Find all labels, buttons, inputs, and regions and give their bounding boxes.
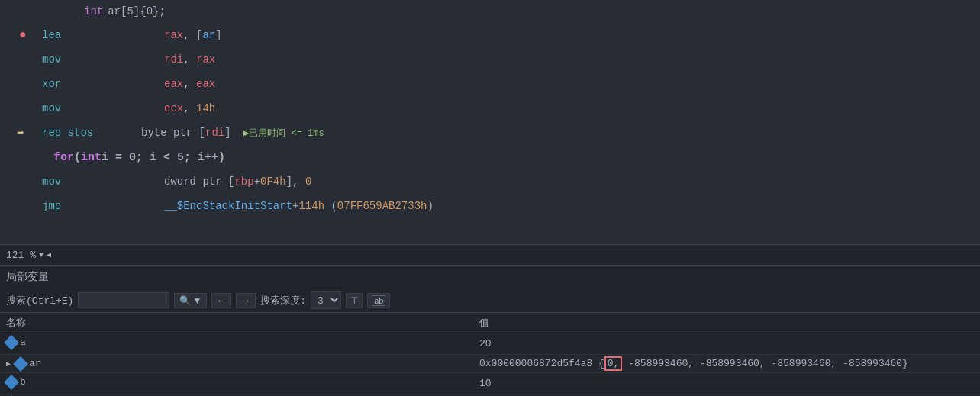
col-name-header: 名称 xyxy=(0,313,473,333)
operand-xor: eax, eax xyxy=(164,78,215,90)
var-name-cell: a xyxy=(0,333,473,355)
operand-rep: byte ptr [rdi] ▶已用时间 <= 1ms xyxy=(141,127,324,140)
keyword-for: for xyxy=(53,151,74,164)
keyword-int-for: int xyxy=(81,151,102,164)
code-line-xor: xor eax, eax xyxy=(0,72,980,96)
var-icon-b xyxy=(4,375,19,390)
vars-table: 名称 值 a 20 ▶ xyxy=(0,313,980,396)
search-icon: 🔍 xyxy=(179,295,191,306)
operand-mov3: dword ptr [rbp+0F4h], 0 xyxy=(164,175,311,188)
operand-jmp: __$EncStackInitStart+114h (07FF659AB2733… xyxy=(164,200,434,212)
operand-lea: rax, [ar] xyxy=(164,29,222,41)
code-line-jmp: jmp __$EncStackInitStart+114h (07FF659AB… xyxy=(0,194,980,218)
mnemonic-xor: xor xyxy=(42,78,118,90)
mnemonic-mov1: mov xyxy=(42,53,118,66)
declaration-rest: ar[5]{0}; xyxy=(108,5,166,18)
var-value-b: 10 xyxy=(473,373,980,394)
next-button[interactable]: → xyxy=(236,293,256,308)
var-value-a: 20 xyxy=(473,333,980,355)
operand-mov2: ecx, 14h xyxy=(164,102,215,114)
table-row: b 10 xyxy=(0,373,980,394)
pin-icon: ⊤ xyxy=(350,295,358,306)
mnemonic-mov3: mov xyxy=(42,175,118,188)
timing-comment: ▶已用时间 <= 1ms xyxy=(243,128,324,139)
code-line-mov3: mov dword ptr [rbp+0F4h], 0 xyxy=(0,169,980,194)
ab-icon: ab xyxy=(372,295,385,306)
search-label: 搜索(Ctrl+E) xyxy=(6,294,73,307)
for-rest: i = 0; i < 5; i++) xyxy=(102,151,225,164)
operand-mov1: rdi, rax xyxy=(164,53,215,66)
col-value-header: 值 xyxy=(473,313,980,333)
prev-button[interactable]: ← xyxy=(211,293,231,308)
var-icon-a xyxy=(4,335,19,350)
value-prefix: 0x00000006872d5f4a8 { xyxy=(479,358,604,369)
table-row: ▶ ar 0x00000006872d5f4a8 {0, -858993460,… xyxy=(0,354,980,373)
var-name-b: b xyxy=(20,376,26,388)
var-name-a: a xyxy=(20,336,26,348)
table-row: a 20 xyxy=(0,333,980,355)
code-line-lea: lea rax, [ar] xyxy=(0,23,980,47)
value-highlight: 0, xyxy=(604,356,623,371)
code-line-for: for ( int i = 0; i < 5; i++) xyxy=(0,145,980,169)
depth-select[interactable]: 3 1 2 4 5 xyxy=(311,291,341,309)
scroll-left-arrow[interactable]: ◀ xyxy=(47,250,51,259)
status-bar: 121 % ▼ ◀ xyxy=(0,244,980,266)
for-content: ( xyxy=(74,151,81,164)
var-name-cell: b xyxy=(0,373,473,394)
zoom-control[interactable]: 121 % ▼ xyxy=(6,250,44,261)
var-value-ar: 0x00000006872d5f4a8 {0, -858993460, -858… xyxy=(473,354,980,373)
mnemonic-jmp: jmp xyxy=(42,200,118,212)
locals-panel: 局部变量 搜索(Ctrl+E) 🔍 ▼ ← → 搜索深度: 3 1 2 4 5 … xyxy=(0,266,980,396)
expand-arrow-ar[interactable]: ▶ xyxy=(6,359,11,369)
value-suffix: -858993460, -858993460, -858993460, -858… xyxy=(622,358,907,369)
var-name-cell: ▶ ar xyxy=(0,354,473,373)
toolbar-icon2-button[interactable]: ab xyxy=(367,293,390,308)
toolbar-icon1-button[interactable]: ⊤ xyxy=(346,293,363,308)
zoom-value: 121 % xyxy=(6,250,36,261)
depth-label: 搜索深度: xyxy=(260,294,306,307)
var-icon-ar xyxy=(13,356,28,372)
zoom-dropdown-arrow[interactable]: ▼ xyxy=(39,251,44,259)
code-line-mov2: mov ecx, 14h xyxy=(0,96,980,121)
keyword-int: int xyxy=(84,5,103,18)
var-name-ar: ar xyxy=(29,358,41,369)
locals-toolbar: 搜索(Ctrl+E) 🔍 ▼ ← → 搜索深度: 3 1 2 4 5 ⊤ ab xyxy=(0,288,980,313)
mnemonic-lea: lea xyxy=(42,29,118,41)
code-editor: int ar[5]{0}; lea rax, [ar] mov rdi, rax… xyxy=(0,0,980,244)
code-line-rep: rep stos byte ptr [rdi] ▶已用时间 <= 1ms xyxy=(0,121,980,145)
code-line-mov1: mov rdi, rax xyxy=(0,47,980,72)
code-line-declaration: int ar[5]{0}; xyxy=(0,0,980,23)
search-options-button[interactable]: 🔍 ▼ xyxy=(174,293,207,308)
mnemonic-mov2: mov xyxy=(42,102,118,114)
panel-title: 局部变量 xyxy=(0,266,980,288)
dropdown-icon: ▼ xyxy=(192,295,201,306)
mnemonic-rep: rep stos xyxy=(42,127,118,139)
search-input[interactable] xyxy=(78,292,169,308)
